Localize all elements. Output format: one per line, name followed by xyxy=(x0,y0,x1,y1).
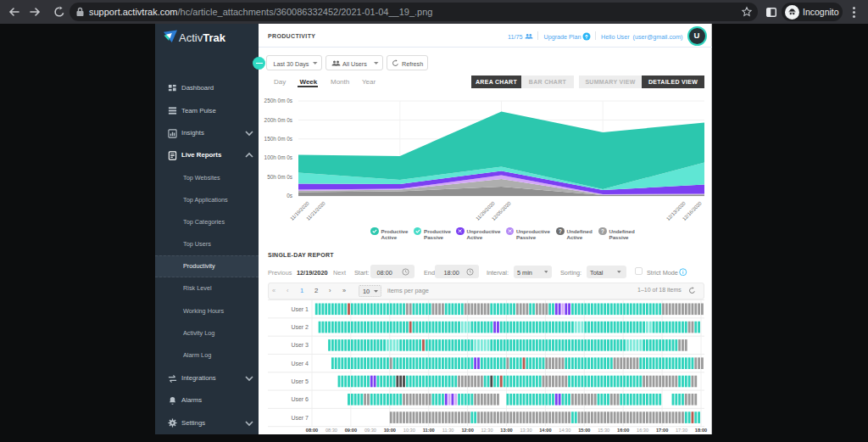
svg-text:User 6: User 6 xyxy=(291,396,309,402)
svg-text:User 5: User 5 xyxy=(291,378,309,384)
svg-text:08:00: 08:00 xyxy=(306,428,318,433)
svg-text:12:00: 12:00 xyxy=(461,428,473,433)
svg-text:User 1: User 1 xyxy=(291,306,309,312)
svg-text:100h 0m 0s: 100h 0m 0s xyxy=(264,154,292,160)
svg-text:11:00: 11:00 xyxy=(423,428,435,433)
svg-text:0s: 0s xyxy=(287,193,292,199)
svg-text:10:30: 10:30 xyxy=(403,428,415,433)
svg-text:13:30: 13:30 xyxy=(520,428,532,433)
svg-text:User 7: User 7 xyxy=(291,415,309,421)
svg-text:17:00: 17:00 xyxy=(656,428,668,433)
svg-text:50h 0m 0s: 50h 0m 0s xyxy=(267,174,292,180)
svg-text:17:30: 17:30 xyxy=(676,428,687,433)
svg-text:12:30: 12:30 xyxy=(481,428,493,433)
svg-text:10:00: 10:00 xyxy=(384,428,396,433)
svg-text:User 4: User 4 xyxy=(291,361,309,366)
svg-text:18:00: 18:00 xyxy=(695,428,707,433)
svg-text:14:00: 14:00 xyxy=(539,428,551,433)
svg-text:14:30: 14:30 xyxy=(559,428,570,433)
svg-text:08:30: 08:30 xyxy=(326,428,337,433)
svg-text:13:00: 13:00 xyxy=(500,428,512,433)
svg-text:15:00: 15:00 xyxy=(578,428,590,433)
svg-text:16:00: 16:00 xyxy=(617,428,629,433)
svg-text:15:30: 15:30 xyxy=(598,428,609,433)
svg-text:150h 0m 0s: 150h 0m 0s xyxy=(264,136,292,142)
svg-text:16:30: 16:30 xyxy=(637,428,648,433)
svg-text:200h 0m 0s: 200h 0m 0s xyxy=(264,117,292,123)
svg-text:11:30: 11:30 xyxy=(442,428,454,433)
svg-text:09:30: 09:30 xyxy=(364,428,376,433)
svg-text:User 3: User 3 xyxy=(291,342,309,348)
svg-text:09:00: 09:00 xyxy=(345,428,357,433)
svg-text:250h 0m 0s: 250h 0m 0s xyxy=(264,98,292,104)
svg-text:User 2: User 2 xyxy=(291,324,309,330)
